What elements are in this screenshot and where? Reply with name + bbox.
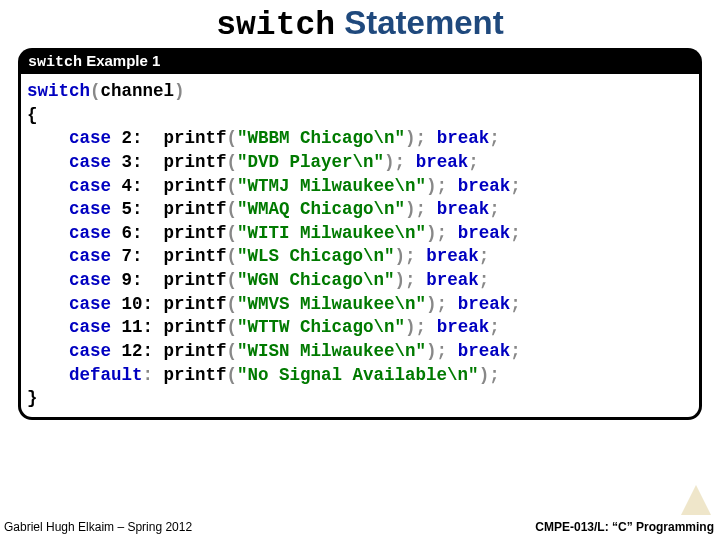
footer-left: Gabriel Hugh Elkaim – Spring 2012: [4, 520, 192, 534]
code-box-header: switch Example 1: [18, 48, 702, 74]
code-box-body: switch(channel) { case 2: printf("WBBM C…: [18, 74, 702, 420]
header-rest: Example 1: [82, 52, 160, 69]
decorative-icon: [676, 480, 716, 520]
slide-title: switch Statement: [0, 0, 720, 44]
title-code: switch: [216, 7, 335, 44]
title-plain: Statement: [335, 4, 504, 41]
header-mono: switch: [28, 54, 82, 71]
footer-right: CMPE-013/L: “C” Programming: [535, 520, 714, 534]
code-block: switch(channel) { case 2: printf("WBBM C…: [21, 80, 699, 411]
